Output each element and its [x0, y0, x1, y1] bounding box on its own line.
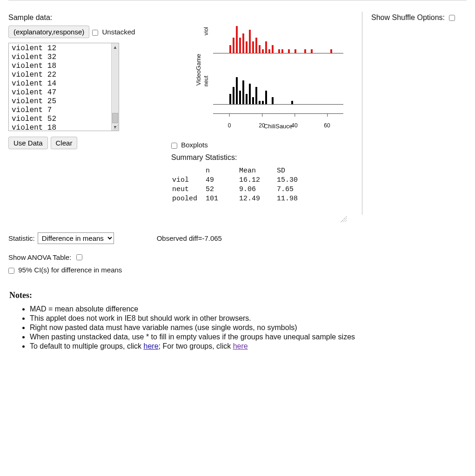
note-item: MAD = mean absolute difference [30, 305, 467, 313]
chart-bar [229, 94, 231, 104]
x-axis-title: ChiliSauce [213, 123, 343, 130]
sample-data-textarea[interactable]: violent 12 violent 32 violent 18 violent… [8, 43, 119, 131]
summary-stats-box: n Mean SD viol 49 16.12 15.30 neut 52 9.… [171, 165, 348, 223]
clear-button[interactable]: Clear [51, 137, 78, 149]
shuffle-options-label: Show Shuffle Options: [371, 13, 445, 21]
chart-bar [265, 91, 267, 104]
chart-bar [262, 49, 264, 53]
unstacked-label: Unstacked [102, 28, 135, 36]
notes-section: Notes: MAD = mean absolute differenceThi… [8, 291, 467, 350]
statistic-label: Statistic: [8, 234, 35, 242]
chart-bar [249, 84, 251, 104]
chart-bar [236, 77, 238, 105]
note-item: This applet does not work in IE8 but sho… [30, 314, 467, 323]
shuffle-options-checkbox[interactable] [449, 15, 455, 21]
y-axis-title: VideoGame [195, 54, 202, 86]
chart-bar [330, 49, 332, 53]
boxplots-option[interactable]: Boxplots [171, 141, 208, 149]
notes-heading: Notes [9, 291, 29, 300]
unstacked-checkbox[interactable] [92, 30, 98, 36]
chart-bar [288, 49, 290, 53]
x-axis [213, 113, 343, 114]
summary-stats-label: Summary Statistics: [171, 153, 362, 162]
chart-bar [291, 101, 293, 104]
chart-bar [229, 45, 231, 53]
chart-bar [265, 41, 267, 53]
resize-grip-icon[interactable] [112, 124, 119, 131]
chart-bar [246, 94, 248, 104]
chart-bar [281, 49, 283, 53]
chart-bar [259, 101, 261, 104]
anova-checkbox[interactable] [76, 254, 82, 260]
sample-data-panel: Sample data: (explanatory,response) Unst… [8, 12, 167, 154]
shuffle-panel: Show Shuffle Options: [362, 12, 467, 26]
chart-bar [246, 41, 248, 53]
use-data-button[interactable]: Use Data [8, 137, 48, 149]
chart-bar [278, 49, 280, 53]
notes-link-multiple-groups[interactable]: here [144, 342, 159, 350]
chart-bar [304, 49, 306, 53]
notes-link-two-groups[interactable]: here [233, 342, 248, 350]
chart-bar [249, 30, 251, 53]
chart-bar [262, 101, 264, 104]
chart-bar [255, 87, 257, 104]
boxplots-label: Boxplots [181, 141, 208, 149]
chart-bar [311, 49, 313, 53]
chart-bar [239, 91, 241, 104]
scroll-track[interactable] [112, 51, 119, 123]
chart-strip-label: neut [203, 80, 209, 86]
chart-bar [255, 38, 257, 53]
chart-bar [252, 97, 254, 104]
note-item: When pasting unstacked data, use * to fi… [30, 333, 467, 341]
chart-bar [242, 80, 244, 104]
chart-strip-neut [213, 63, 343, 105]
statistic-select[interactable]: Difference in means [38, 232, 114, 244]
chart-bar [294, 49, 296, 53]
chart-bar [272, 97, 274, 104]
observed-diff-label: Observed diff=-7.065 [157, 234, 222, 242]
chart-panel: VideoGame 0204060 ChiliSauce violneut Bo… [167, 12, 362, 223]
chart-bar [268, 49, 270, 53]
ci-option[interactable]: 95% CI(s) for difference in means [8, 266, 122, 274]
chart-bar [236, 26, 238, 53]
column-divider [362, 12, 362, 215]
sample-data-label: Sample data: [8, 13, 167, 22]
note-item: Right now pasted data must have variable… [30, 324, 467, 332]
chart-bar [252, 41, 254, 53]
chart-strip-viol [213, 12, 343, 53]
scroll-thumb[interactable] [112, 113, 118, 123]
chart-bar [259, 45, 261, 53]
chart-bar [239, 38, 241, 53]
unstacked-option[interactable]: Unstacked [92, 28, 135, 36]
chart-bar [272, 45, 274, 53]
resize-grip-icon[interactable] [341, 216, 347, 222]
dotplot-chart: VideoGame 0204060 ChiliSauce violneut [185, 12, 343, 128]
chart-bar [233, 38, 234, 53]
ci-label: 95% CI(s) for difference in means [18, 266, 122, 274]
chart-bar [233, 87, 234, 104]
boxplots-checkbox[interactable] [171, 143, 177, 149]
data-format-button[interactable]: (explanatory,response) [8, 26, 89, 38]
anova-label: Show ANOVA Table: [8, 253, 71, 261]
scroll-up-icon[interactable]: ▲ [112, 43, 119, 51]
chart-strip-label: viol [203, 29, 209, 35]
scrollbar[interactable]: ▲ ▼ [111, 43, 119, 131]
note-item: To default to multiple groups, click her… [30, 342, 467, 350]
chart-bar [242, 33, 244, 53]
ci-checkbox[interactable] [8, 268, 14, 274]
